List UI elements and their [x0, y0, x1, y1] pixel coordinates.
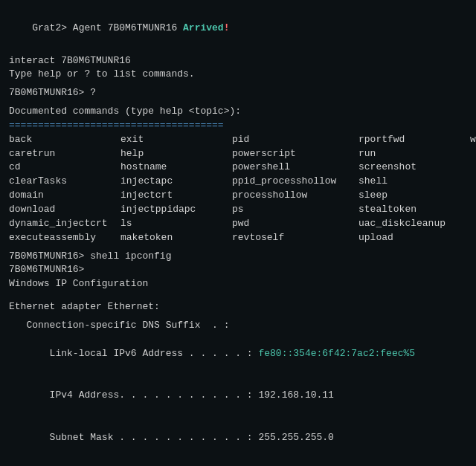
subnet-label: Subnet Mask . . . . . . . . . . . :	[32, 432, 258, 443]
cmd-shell: shell	[358, 175, 470, 189]
cmd-domain: domain	[9, 189, 120, 203]
doc-commands-label: Documented commands (type help <topic>):	[9, 105, 467, 119]
prompt-question: 7B0M6TMUNR16> ?	[9, 86, 467, 100]
subnet-line: Subnet Mask . . . . . . . . . . . : 255.…	[9, 417, 467, 459]
shell-ipconfig-cmd: 7B0M6TMUNR16> shell ipconfig	[9, 250, 467, 264]
ipv6-value: fe80::354e:6f42:7ac2:feec%5	[258, 348, 415, 359]
cmd-ppid-processhollow: ppid_processhollow	[232, 175, 358, 189]
cmd-revtoself: revtoself	[232, 231, 358, 245]
agent-line: Grat2> Agent 7B0M6TMUNR16 Arrived!	[9, 7, 467, 50]
ipv4-line: IPv4 Address. . . . . . . . . . . : 192.…	[9, 375, 467, 417]
cmd-processhollow: processhollow	[232, 189, 358, 203]
cmd-ls: ls	[120, 217, 232, 231]
cmd-run: run	[358, 147, 470, 161]
eth-adapter-label: Ethernet adapter Ethernet:	[9, 300, 467, 314]
cmd-cleartasks: clearTasks	[9, 175, 120, 189]
cmd-hostname: hostname	[120, 161, 232, 175]
cmd-sleep: sleep	[358, 189, 470, 203]
cmd-pid: pid	[232, 133, 358, 147]
win-ip-config: Windows IP Configuration	[9, 277, 467, 291]
cmd-back: back	[9, 133, 120, 147]
cmd-injectppidapc: injectppidapc	[120, 203, 232, 217]
cmd-injectcrt: injectcrt	[120, 189, 232, 203]
exclaim-text: !	[224, 22, 230, 33]
ipv4-value: 192.168.10.11	[258, 389, 333, 401]
cmd-ps: ps	[232, 203, 358, 217]
separator-line: =====================================	[9, 119, 467, 133]
subnet-value: 255.255.255.0	[258, 432, 333, 443]
shell-prompt-line: 7B0M6TMUNR16>	[9, 263, 467, 277]
cmd-upload: upload	[358, 231, 470, 245]
gateway-line: Default Gateway . . . . . . . . . : 192.…	[9, 459, 467, 466]
cmd-executeassembly: executeassembly	[9, 231, 120, 245]
cmd-caretrun: caretrun	[9, 147, 120, 161]
cmd-cd: cd	[9, 161, 120, 175]
dns-suffix-line: Connection-specific DNS Suffix . :	[9, 319, 467, 333]
arrived-text: Arrived	[183, 22, 224, 33]
ipv6-line: Link-local IPv6 Address . . . . . : fe80…	[9, 333, 467, 375]
cmd-injectapc: injectapc	[120, 175, 232, 189]
type-help-line: Type help or ? to list commands.	[9, 68, 467, 82]
cmd-stealtoken: stealtoken	[358, 203, 470, 217]
cmd-download: download	[9, 203, 120, 217]
cmd-maketoken: maketoken	[120, 231, 232, 245]
commands-grid: back exit pid rportfwd whoami caretrun h…	[9, 133, 467, 245]
cmd-powerscript: powerscript	[232, 147, 358, 161]
interact-line: interact 7B0M6TMUNR16	[9, 54, 467, 68]
agent-prefix: Grat2> Agent 7B0M6TMUNR16	[32, 22, 183, 33]
cmd-rportfwd: rportfwd	[358, 133, 470, 147]
cmd-uac-diskcleanup: uac_diskcleanup	[358, 217, 470, 231]
terminal-window: Grat2> Agent 7B0M6TMUNR16 Arrived! inter…	[0, 0, 476, 466]
cmd-whoami: whoami	[470, 133, 476, 147]
cmd-pwd: pwd	[232, 217, 358, 231]
cmd-help: help	[120, 147, 232, 161]
cmd-dynamic-injectcrt: dynamic_injectcrt	[9, 217, 120, 231]
ipv6-label: Link-local IPv6 Address . . . . . :	[32, 348, 258, 359]
ipv4-label: IPv4 Address. . . . . . . . . . . :	[32, 389, 258, 401]
cmd-powershell: powershell	[232, 161, 358, 175]
cmd-screenshot: screenshot	[358, 161, 470, 175]
cmd-exit: exit	[120, 133, 232, 147]
